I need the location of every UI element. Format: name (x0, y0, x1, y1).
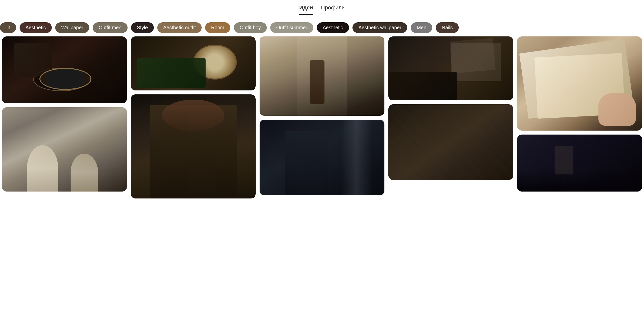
card-baroque[interactable] (2, 107, 127, 192)
pill-wallpaper[interactable]: Wallpaper (55, 22, 89, 33)
tab-profiles[interactable]: Профили (321, 4, 345, 15)
card-outfit-woman[interactable] (131, 94, 256, 198)
card-room-dark[interactable] (388, 36, 513, 100)
card-clock[interactable] (131, 36, 256, 90)
card-book[interactable] (517, 36, 642, 130)
pill-nails[interactable]: Nails (436, 22, 458, 33)
masonry-col-5 (517, 36, 642, 198)
pill-aesthetic-wallpaper[interactable]: Aesthetic wallpaper (352, 22, 407, 33)
card-running[interactable] (260, 36, 384, 116)
pill-men[interactable]: Men (411, 22, 432, 33)
card-smoking-man[interactable] (260, 120, 384, 195)
pill-style[interactable]: Style (131, 22, 154, 33)
masonry-col-3 (260, 36, 384, 198)
category-strip: ...it Aesthetic Wallpaper Outfit men Sty… (0, 20, 644, 36)
card-coat-close[interactable] (388, 104, 513, 180)
pill-outfit-summer[interactable]: Outfit summer (270, 22, 313, 33)
masonry-col-1 (2, 36, 127, 198)
pill-outfit-partial[interactable]: ...it (0, 22, 16, 33)
tab-ideas[interactable]: Идеи (299, 4, 313, 15)
masonry-col-4 (388, 36, 513, 198)
pill-aesthetic2[interactable]: Aesthetic (317, 22, 349, 33)
masonry-col-2 (131, 36, 256, 198)
pill-outfit-boy[interactable]: Outfit boy (234, 22, 267, 33)
pill-aesthetic-outfit[interactable]: Aesthetic outfit (157, 22, 202, 33)
tab-bar: Идеи Профили (0, 0, 644, 15)
pill-aesthetic[interactable]: Aesthetic (20, 22, 52, 33)
pill-outfit-men[interactable]: Outfit men (93, 22, 127, 33)
card-dark-coffee[interactable] (2, 36, 127, 103)
card-dark-room2[interactable] (517, 134, 642, 192)
pill-room[interactable]: Room (205, 22, 230, 33)
masonry-grid (0, 36, 644, 198)
